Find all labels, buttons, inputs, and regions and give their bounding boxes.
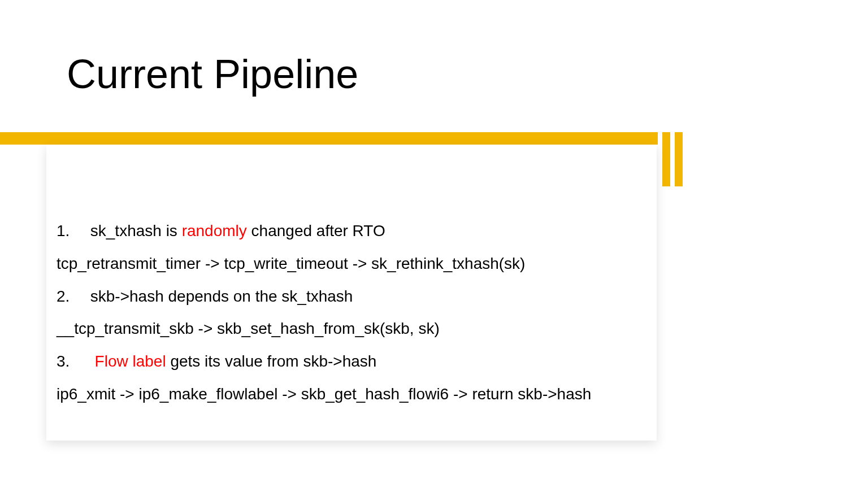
list-item-2: 2. skb->hash depends on the sk_txhash (57, 286, 646, 307)
list-number-2: 2. (57, 286, 86, 307)
item1-text-c: changed after RTO (247, 222, 385, 239)
list-item-1: 1. sk_txhash is randomly changed after R… (57, 220, 646, 242)
accent-bar-horizontal (0, 132, 658, 145)
item2-text: skb->hash depends on the sk_txhash (90, 287, 353, 305)
item1-text-a: sk_txhash is (90, 222, 182, 239)
list-number-1: 1. (57, 220, 86, 242)
item1-highlight: randomly (182, 222, 247, 239)
accent-bar-vertical-2 (675, 132, 683, 186)
slide: Current Pipeline 1. sk_txhash is randoml… (0, 0, 868, 488)
item3-code: ip6_xmit -> ip6_make_flowlabel -> skb_ge… (57, 384, 646, 405)
accent-bar-vertical-1 (662, 132, 670, 186)
slide-title: Current Pipeline (67, 51, 358, 97)
list-item-3: 3. Flow label gets its value from skb->h… (57, 351, 646, 372)
item3-highlight: Flow label (95, 352, 166, 370)
item2-code: __tcp_transmit_skb -> skb_set_hash_from_… (57, 318, 646, 339)
list-number-3: 3. (57, 351, 86, 372)
item1-code: tcp_retransmit_timer -> tcp_write_timeou… (57, 253, 646, 274)
item3-text-b: gets its value from skb->hash (166, 352, 377, 370)
content-body: 1. sk_txhash is randomly changed after R… (46, 220, 657, 416)
